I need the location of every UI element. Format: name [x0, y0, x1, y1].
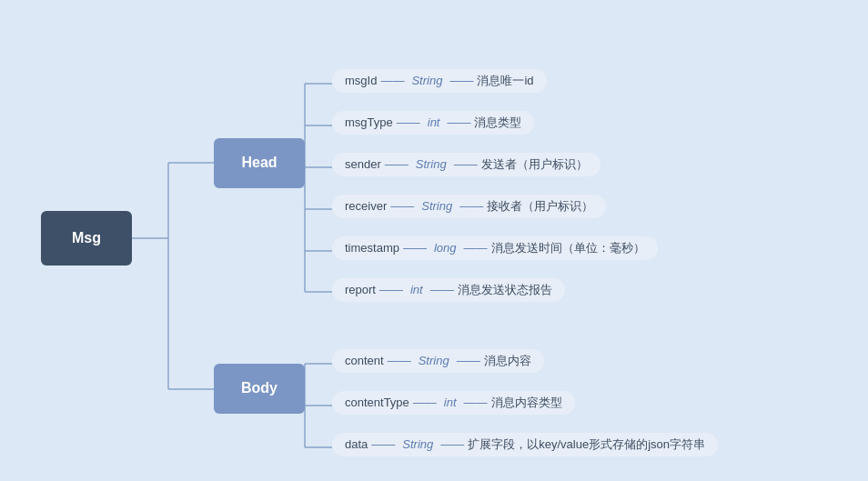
msg-node: Msg	[41, 211, 132, 266]
field-msgType: msgType —— int —— 消息类型	[332, 111, 534, 135]
field-sender: sender —— String —— 发送者（用户标识）	[332, 153, 601, 176]
head-label: Head	[241, 155, 277, 171]
body-label: Body	[241, 380, 278, 396]
body-node: Body	[214, 364, 305, 414]
field-name: msgId	[345, 74, 377, 87]
msg-label: Msg	[72, 230, 101, 246]
field-contentType: contentType —— int —— 消息内容类型	[332, 391, 575, 415]
field-data: data —— String —— 扩展字段，以key/value形式存储的js…	[332, 433, 718, 456]
field-msgId: msgId —— String —— 消息唯一id	[332, 69, 547, 93]
field-timestamp: timestamp —— long —— 消息发送时间（单位：毫秒）	[332, 236, 658, 260]
diagram: Msg Head Body msgId —— String —— 消息唯一id …	[15, 9, 853, 473]
field-report: report —— int —— 消息发送状态报告	[332, 278, 565, 302]
field-receiver: receiver —— String —— 接收者（用户标识）	[332, 195, 606, 218]
head-node: Head	[214, 138, 305, 188]
field-content: content —— String —— 消息内容	[332, 349, 544, 373]
